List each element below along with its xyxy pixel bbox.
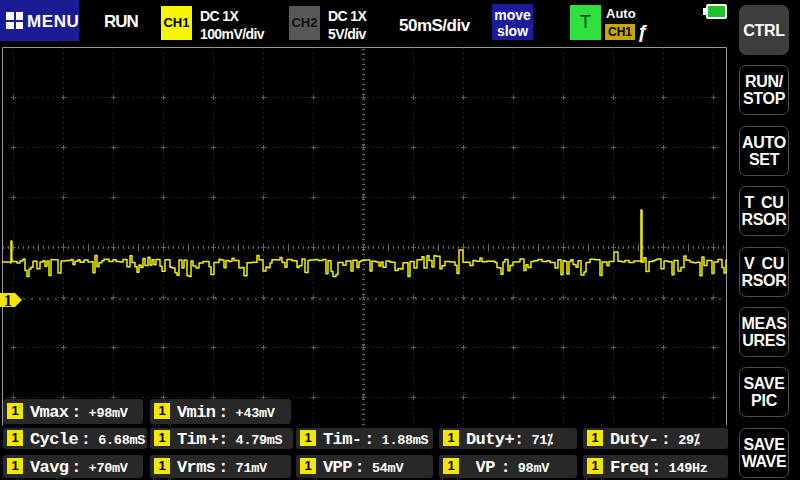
svg-text:1: 1 bbox=[4, 292, 12, 309]
